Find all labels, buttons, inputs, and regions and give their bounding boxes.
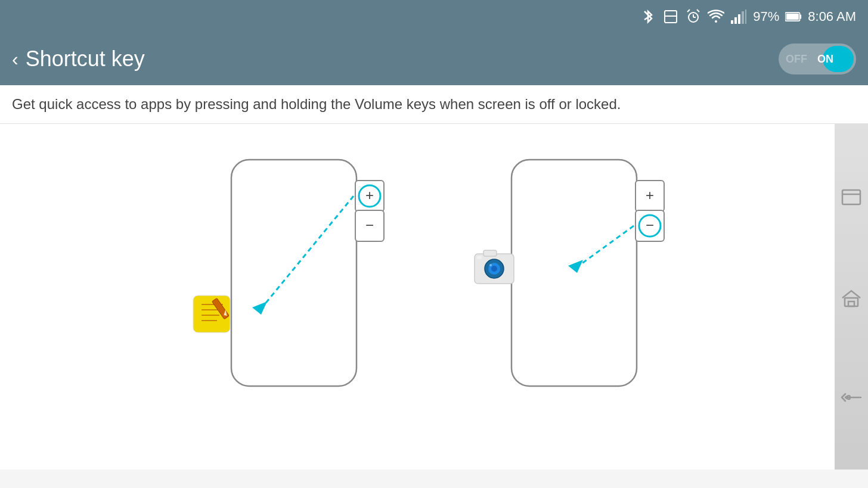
header: ‹ Shortcut key OFF ON xyxy=(0,33,868,85)
svg-line-5 xyxy=(687,10,690,12)
svg-rect-9 xyxy=(734,17,737,24)
back-button[interactable]: ‹ xyxy=(12,48,18,70)
toggle-off-label: OFF xyxy=(786,53,807,66)
battery-percent: 97% xyxy=(753,9,779,24)
recent-apps-icon[interactable] xyxy=(841,189,861,206)
svg-rect-14 xyxy=(800,14,802,18)
svg-rect-31 xyxy=(512,160,637,386)
svg-text:+: + xyxy=(365,187,374,203)
svg-rect-46 xyxy=(842,190,860,204)
header-left: ‹ Shortcut key xyxy=(12,46,145,72)
svg-text:−: − xyxy=(365,217,374,233)
wifi-icon xyxy=(708,8,724,25)
time-display: 8:06 AM xyxy=(808,9,856,24)
right-sidebar xyxy=(835,124,868,470)
svg-point-42 xyxy=(491,266,497,272)
svg-text:+: + xyxy=(646,187,654,203)
signal-icon xyxy=(730,8,747,25)
home-icon[interactable] xyxy=(841,288,861,307)
svg-line-6 xyxy=(697,10,699,12)
shortcut-key-toggle[interactable]: OFF ON xyxy=(779,43,856,74)
main-content: + − + − xyxy=(0,124,868,470)
status-bar: 97% 8:06 AM xyxy=(0,0,868,33)
toggle-on-label: ON xyxy=(817,53,833,66)
svg-rect-10 xyxy=(738,14,740,24)
svg-rect-45 xyxy=(477,256,482,259)
svg-rect-44 xyxy=(483,250,497,256)
svg-rect-15 xyxy=(786,13,799,20)
alarm-icon xyxy=(685,8,702,25)
svg-text:−: − xyxy=(646,217,654,233)
battery-icon xyxy=(785,8,802,25)
svg-rect-11 xyxy=(742,11,744,24)
svg-rect-16 xyxy=(231,160,356,386)
svg-rect-8 xyxy=(731,20,733,24)
svg-point-7 xyxy=(715,20,717,23)
bluetooth-icon xyxy=(640,8,656,25)
svg-rect-12 xyxy=(745,10,746,24)
svg-rect-49 xyxy=(848,301,854,306)
multiwindow-icon xyxy=(662,8,679,25)
page-title: Shortcut key xyxy=(26,46,145,72)
status-icons: 97% 8:06 AM xyxy=(640,8,856,25)
main-illustration: + − + − xyxy=(76,148,792,446)
description-text: Get quick access to apps by pressing and… xyxy=(0,85,868,124)
back-icon[interactable] xyxy=(841,390,862,405)
description-content: Get quick access to apps by pressing and… xyxy=(12,96,621,112)
svg-point-43 xyxy=(489,264,492,266)
